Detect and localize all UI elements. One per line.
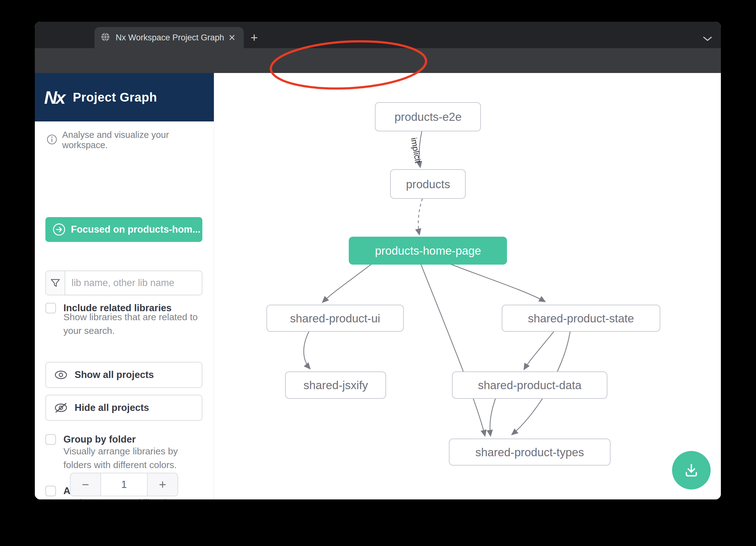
svg-text:shared-product-types: shared-product-types — [475, 446, 584, 459]
tab-title: Nx Workspace Project Graph — [116, 33, 227, 43]
graph-node-products-e2e[interactable]: products-e2e — [375, 103, 481, 131]
edge-implicit-label: implicit — [409, 137, 423, 164]
graph-canvas[interactable]: implicit products-e2e products products-… — [214, 73, 721, 499]
download-icon — [683, 461, 700, 479]
eye-off-icon — [54, 402, 68, 414]
option-group-by-folder: Group by folder — [45, 434, 136, 445]
hide-all-projects-button[interactable]: Hide all projects — [45, 395, 202, 421]
nx-logo: Nx — [44, 87, 64, 108]
arrow-right-circle-icon — [52, 223, 66, 236]
graph-node-shared-product-data[interactable]: shared-product-data — [452, 372, 607, 398]
filter-field — [45, 271, 202, 295]
app-title: Project Graph — [73, 90, 157, 104]
sidebar-header: Nx Project Graph — [35, 73, 214, 122]
download-graph-button[interactable] — [672, 451, 711, 489]
filter-input[interactable] — [65, 271, 202, 295]
stepper-decrement-button[interactable]: − — [71, 473, 101, 496]
svg-text:shared-product-state: shared-product-state — [528, 312, 634, 325]
show-all-projects-button[interactable]: Show all projects — [45, 362, 202, 388]
focused-button-label: Focused on products-hom... — [71, 224, 201, 235]
include-related-checkbox[interactable] — [45, 303, 56, 313]
graph-node-shared-product-types[interactable]: shared-product-types — [449, 439, 610, 465]
stepper-value: 1 — [101, 473, 147, 496]
tagline-text: Analyse and visualize your workspace. — [62, 130, 214, 150]
graph-node-shared-product-ui[interactable]: shared-product-ui — [267, 305, 403, 331]
graph-node-products[interactable]: products — [390, 170, 465, 199]
svg-text:products: products — [406, 178, 450, 191]
edge-products-home-page — [418, 199, 422, 235]
graph-node-products-home-page[interactable]: products-home-page — [349, 237, 507, 264]
globe-favicon-icon — [101, 32, 110, 43]
browser-window: Nx Workspace Project Graph ✕ + nrwl-nx-e… — [35, 22, 721, 499]
edge-home-page-state — [451, 264, 545, 301]
group-by-folder-checkbox[interactable] — [45, 434, 56, 445]
graph-node-shared-jsxify[interactable]: shared-jsxify — [285, 372, 386, 398]
tab-close-icon[interactable]: ✕ — [227, 33, 237, 43]
edge-data-types — [490, 398, 496, 436]
info-icon — [47, 134, 57, 146]
svg-text:shared-jsxify: shared-jsxify — [303, 379, 368, 392]
activate-proximity-checkbox[interactable] — [45, 486, 56, 496]
funnel-icon — [46, 271, 65, 295]
browser-toolbar: nrwl-nx-examples-dep-graph.netlify.app/?… — [35, 48, 721, 73]
edge-state-data — [524, 331, 554, 369]
proximity-stepper: − 1 + — [70, 473, 178, 496]
edge-ui-jsxify — [304, 331, 310, 369]
edge-home-page-types — [421, 264, 485, 436]
graph-node-shared-product-state[interactable]: shared-product-state — [502, 305, 660, 331]
graph-nodes: products-e2e products products-home-page… — [267, 103, 660, 465]
focused-button[interactable]: Focused on products-hom... — [45, 217, 202, 242]
svg-text:products-e2e: products-e2e — [394, 111, 462, 123]
sidebar: Nx Project Graph Analyse and visualize y… — [35, 73, 214, 499]
include-related-description: Show libraries that are related to your … — [63, 310, 203, 337]
tab-search-chevron-icon[interactable] — [703, 36, 712, 43]
edge-home-page-ui — [323, 264, 371, 302]
svg-text:products-home-page: products-home-page — [375, 245, 481, 257]
group-by-folder-description: Visually arrange libraries by folders wi… — [63, 444, 203, 472]
stepper-increment-button[interactable]: + — [147, 473, 177, 496]
show-all-projects-label: Show all projects — [75, 369, 154, 380]
svg-text:shared-product-ui: shared-product-ui — [290, 312, 380, 325]
browser-tab[interactable]: Nx Workspace Project Graph ✕ — [95, 27, 244, 48]
new-tab-button[interactable]: + — [251, 32, 258, 43]
group-by-folder-label: Group by folder — [63, 434, 136, 445]
tab-strip: Nx Workspace Project Graph ✕ + — [35, 22, 721, 48]
page-content: Nx Project Graph Analyse and visualize y… — [35, 73, 721, 499]
eye-icon — [54, 369, 68, 380]
tagline-row: Analyse and visualize your workspace. — [47, 130, 214, 150]
hide-all-projects-label: Hide all projects — [75, 402, 149, 413]
svg-text:shared-product-data: shared-product-data — [478, 379, 582, 392]
activate-proximity-description: Explore connected libraries step by step… — [63, 496, 203, 499]
